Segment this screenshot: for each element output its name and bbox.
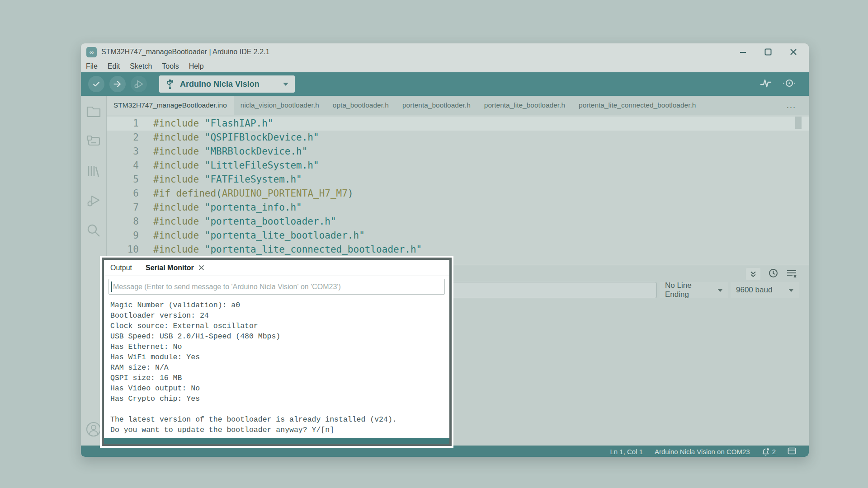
panel-tab-serial-monitor[interactable]: Serial Monitor [146, 264, 194, 272]
panel-tab-output[interactable]: Output [110, 264, 132, 272]
check-icon [92, 80, 101, 89]
board-port-status[interactable]: Arduino Nicla Vision on COM23 [655, 448, 750, 455]
editor-scrollbar[interactable] [795, 117, 802, 129]
clear-output-icon[interactable] [786, 269, 797, 280]
code-line[interactable]: 9#include "portenta_lite_bootloader.h" [107, 229, 809, 243]
code-editor[interactable]: 1#include "FlashIAP.h"2#include "QSPIFBl… [107, 115, 809, 265]
line-number: 10 [107, 243, 139, 257]
code-token: #include [153, 160, 205, 171]
menu-item-help[interactable]: Help [184, 62, 209, 70]
serial-output-line: Has Video output: No [110, 383, 449, 394]
menu-item-file[interactable]: File [81, 62, 103, 70]
code-token: #include [153, 118, 205, 129]
code-token: "portenta_lite_connected_bootloader.h" [205, 244, 422, 255]
verify-button[interactable] [88, 76, 104, 92]
code-token: "FATFileSystem.h" [205, 174, 302, 185]
serial-output[interactable]: Magic Number (validation): a0Bootloader … [104, 296, 449, 438]
toggle-panel-icon[interactable] [788, 447, 796, 456]
debug-button[interactable] [131, 76, 147, 92]
tab-STM32H747_manageBootloader.ino[interactable]: STM32H747_manageBootloader.ino [107, 96, 234, 115]
code-line[interactable]: 5#include "FATFileSystem.h" [107, 173, 809, 187]
account-icon[interactable] [85, 421, 102, 439]
search-icon[interactable] [86, 223, 101, 239]
board-selector-label: Arduino Nicla Vision [180, 80, 259, 89]
bell-icon [762, 448, 769, 456]
menu-item-edit[interactable]: Edit [103, 62, 125, 70]
minimize-button[interactable] [740, 49, 746, 56]
notifications-status[interactable]: 2 [762, 448, 776, 456]
upload-button[interactable] [109, 76, 126, 92]
tab-portenta_bootloader.h[interactable]: portenta_bootloader.h [396, 96, 477, 115]
menu-item-sketch[interactable]: Sketch [125, 62, 157, 70]
code-token: #include [153, 216, 205, 227]
board-selector[interactable]: Arduino Nicla Vision [159, 75, 295, 93]
debug-sidebar-icon[interactable] [86, 193, 101, 210]
panel-tab-bar: Output Serial Monitor [104, 260, 449, 276]
serial-message-input[interactable] [109, 279, 444, 295]
baud-rate-select[interactable]: 9600 baud [731, 282, 799, 298]
code-line[interactable]: 3#include "MBRBlockDevice.h" [107, 145, 809, 159]
code-line[interactable]: 2#include "QSPIFBlockDevice.h" [107, 131, 809, 145]
serial-monitor-panel: Output Serial Monitor Magic Number (vali… [102, 258, 452, 446]
tab-opta_bootloader.h[interactable]: opta_bootloader.h [326, 96, 396, 115]
chevron-down-icon [788, 289, 794, 292]
maximize-button[interactable] [764, 48, 772, 56]
library-manager-icon[interactable] [86, 164, 101, 180]
serial-output-line: Has Ethernet: No [110, 342, 449, 352]
tab-strip: STM32H747_manageBootloader.inonicla_visi… [107, 96, 809, 115]
serial-plotter-icon[interactable] [760, 78, 772, 90]
sketchbook-folder-icon[interactable] [86, 105, 101, 120]
code-token: "QSPIFBlockDevice.h" [205, 132, 319, 143]
line-number: 8 [107, 215, 139, 229]
code-line[interactable]: 6#if defined(ARDUINO_PORTENTA_H7_M7) [107, 187, 809, 201]
tab-portenta_lite_connected_bootloader.h[interactable]: portenta_lite_connected_bootloader.h [572, 96, 703, 115]
serial-output-line: The latest version of the bootloader is … [110, 414, 449, 425]
code-line[interactable]: 8#include "portenta_bootloader.h" [107, 215, 809, 229]
baud-rate-value: 9600 baud [736, 286, 772, 295]
code-text: #include "portenta_info.h" [153, 201, 302, 215]
highlight-box: Output Serial Monitor Magic Number (vali… [100, 256, 453, 448]
line-ending-select[interactable]: No Line Ending [660, 282, 728, 298]
line-number: 4 [107, 159, 139, 173]
close-serial-monitor-icon[interactable] [198, 265, 204, 271]
code-token: #include [153, 146, 205, 157]
scroll-to-bottom-icon[interactable] [746, 268, 760, 280]
serial-output-line: Do you want to update the bootloader any… [110, 425, 449, 435]
code-line[interactable]: 10#include "portenta_lite_connected_boot… [107, 243, 809, 257]
menu-bar: FileEditSketchToolsHelp [81, 61, 809, 72]
line-number: 7 [107, 201, 139, 215]
serial-output-line: Has Crypto chip: Yes [110, 394, 449, 404]
debug-icon [134, 79, 144, 89]
close-button[interactable] [790, 48, 797, 56]
code-token: #include [153, 174, 205, 185]
arrow-right-icon [113, 80, 122, 89]
code-line[interactable]: 1#include "FlashIAP.h" [107, 117, 809, 131]
statusbar-strip [104, 438, 449, 444]
code-line[interactable]: 4#include "LittleFileSystem.h" [107, 159, 809, 173]
code-text: #if defined(ARDUINO_PORTENTA_H7_M7) [153, 187, 354, 201]
code-line[interactable]: 7#include "portenta_info.h" [107, 201, 809, 215]
code-text: #include "portenta_lite_connected_bootlo… [153, 243, 422, 257]
serial-output-line: Clock source: External oscillator [110, 321, 449, 331]
code-token: ARDUINO_PORTENTA_H7_M7 [222, 188, 348, 199]
code-token: #include [153, 202, 205, 213]
boards-manager-icon[interactable] [86, 134, 101, 150]
arduino-app-icon: ∞ [86, 47, 97, 57]
code-token: ) [348, 188, 354, 199]
code-text: #include "FlashIAP.h" [153, 117, 274, 131]
code-token: "portenta_bootloader.h" [205, 216, 336, 227]
line-number: 6 [107, 187, 139, 201]
tab-overflow-button[interactable]: ... [787, 96, 796, 115]
line-ending-value: No Line Ending [665, 281, 717, 299]
menu-item-tools[interactable]: Tools [157, 62, 184, 70]
code-text: #include "portenta_lite_bootloader.h" [153, 229, 365, 243]
line-number: 2 [107, 131, 139, 145]
tab-portenta_lite_bootloader.h[interactable]: portenta_lite_bootloader.h [477, 96, 572, 115]
code-text: #include "QSPIFBlockDevice.h" [153, 131, 319, 145]
serial-output-line: QSPI size: 16 MB [110, 373, 449, 383]
serial-output-line [110, 404, 449, 414]
code-text: #include "MBRBlockDevice.h" [153, 145, 307, 159]
timestamp-icon[interactable] [769, 268, 778, 280]
serial-monitor-toolbar-icon[interactable] [783, 78, 796, 90]
tab-nicla_vision_bootloader.h[interactable]: nicla_vision_bootloader.h [234, 96, 326, 115]
